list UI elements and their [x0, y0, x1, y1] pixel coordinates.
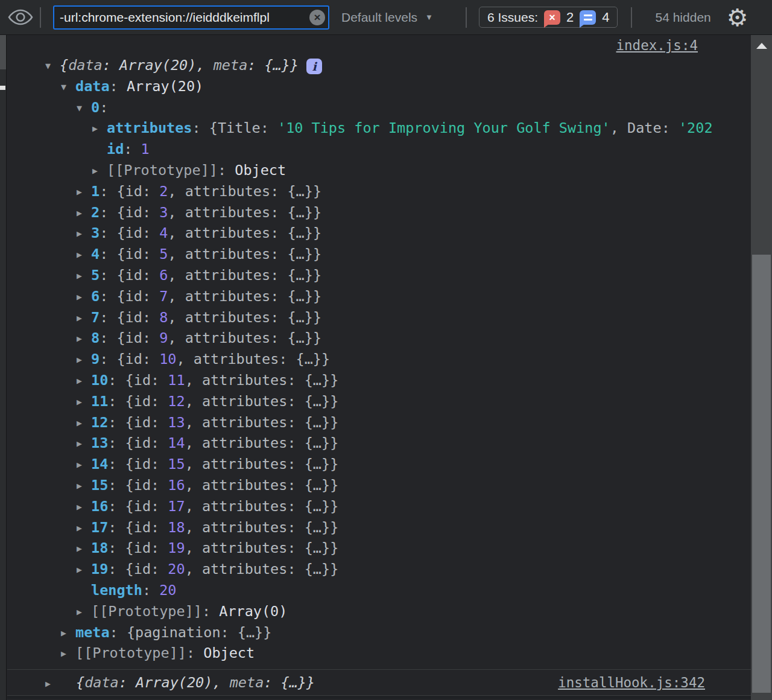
source-link[interactable]: index.js:4: [616, 37, 698, 53]
left-edge-strip: [0, 35, 7, 700]
token-punc: : {: [108, 498, 133, 515]
token-punc: ,: [185, 456, 202, 472]
token-punc: :: [151, 414, 168, 431]
token-key: 8: [91, 329, 100, 346]
disclosure-triangle-icon[interactable]: ▼: [77, 98, 91, 118]
token-punc: :: [151, 393, 168, 410]
disclosure-triangle-icon[interactable]: ▶: [77, 559, 91, 580]
token-punc: ,: [185, 372, 202, 389]
toolbar-divider: [40, 7, 41, 28]
disclosure-triangle-icon[interactable]: ▶: [77, 454, 91, 475]
token-punc: :: [142, 224, 159, 241]
token-punc: : {: [100, 309, 125, 326]
token-pkey: Title: [218, 119, 261, 136]
token-pkey: attributes: [202, 477, 287, 494]
token-punc: ,: [185, 434, 202, 451]
settings-gear-button[interactable]: ⚙: [727, 5, 748, 30]
disclosure-triangle-icon[interactable]: ▶: [77, 244, 91, 265]
disclosure-triangle-icon[interactable]: ▶: [77, 392, 91, 412]
token-key: 17: [91, 519, 108, 536]
token-num: 15: [168, 456, 185, 472]
token-punc: {: [60, 57, 68, 74]
token-punc: :: [142, 246, 159, 262]
disclosure-triangle-icon[interactable]: ▶: [77, 308, 91, 328]
disclosure-triangle-icon[interactable]: ▶: [77, 371, 91, 391]
left-strip-scrollthumb: [0, 35, 6, 69]
token-punc: {…}}: [305, 434, 339, 451]
disclosure-triangle-icon[interactable]: ▶: [92, 118, 107, 139]
token-num: 2: [159, 183, 168, 200]
token-num: 17: [168, 498, 185, 515]
disclosure-triangle-icon[interactable]: ▶: [61, 623, 75, 643]
token-punc: ,: [177, 351, 194, 368]
console-filter-input[interactable]: -url:chrome-extension://ieidddkeimflpl ×: [53, 5, 329, 30]
token-punc: {…}}: [287, 288, 321, 305]
token-punc: {…}}: [287, 329, 321, 346]
disclosure-triangle-icon[interactable]: ▶: [61, 643, 75, 664]
token-punc: ,: [168, 183, 185, 200]
disclosure-triangle-icon[interactable]: ▶: [77, 433, 91, 454]
source-link[interactable]: installHook.js:342: [558, 675, 751, 690]
token-punc: :: [287, 477, 304, 494]
tree-row: ▶[[Prototype]]: Object: [7, 160, 751, 181]
tree-row: ▶18: {id: 19, attributes: {…}}: [7, 538, 751, 559]
disclosure-triangle-icon[interactable]: ▶: [77, 287, 91, 307]
filter-text[interactable]: -url:chrome-extension://ieidddkeimflpl: [54, 10, 309, 25]
token-punc: :: [287, 372, 304, 389]
token-pkey: id: [125, 288, 142, 305]
disclosure-triangle-icon[interactable]: ▶: [77, 538, 91, 559]
live-expression-eye-button[interactable]: [7, 4, 34, 31]
tree-row: ▶17: {id: 18, attributes: {…}}: [7, 517, 751, 538]
info-icon[interactable]: i: [306, 59, 322, 74]
token-num: 7: [159, 288, 168, 305]
disclosure-triangle-icon[interactable]: ▶: [77, 518, 91, 538]
token-punc: : {: [100, 351, 125, 368]
token-key: 1: [91, 183, 100, 200]
disclosure-triangle-icon[interactable]: ▶: [77, 476, 91, 496]
console-message: ▶{data: Array(20), meta: {…}} installHoo…: [7, 669, 751, 696]
token-pkey: attributes: [194, 351, 279, 368]
disclosure-triangle-icon[interactable]: ▶: [77, 349, 91, 370]
token-pkey: attributes: [202, 539, 287, 556]
disclosure-triangle-icon[interactable]: ▶: [77, 602, 91, 622]
token-punc: : {: [108, 561, 133, 578]
disclosure-triangle-icon[interactable]: ▶: [77, 223, 91, 244]
token-punc: : {: [192, 119, 217, 136]
disclosure-triangle-icon[interactable]: ▶: [45, 678, 76, 689]
token-punc: :: [279, 351, 296, 368]
token-punc: ,: [185, 393, 202, 410]
token-punc: {…}}: [296, 351, 331, 368]
disclosure-triangle-icon[interactable]: ▼: [61, 77, 75, 97]
tree-row: ▶meta: {pagination: {…}}: [7, 622, 751, 643]
tree-row: ▶3: {id: 4, attributes: {…}}: [7, 223, 751, 244]
vertical-scrollbar[interactable]: [751, 35, 772, 700]
token-pkey: attributes: [185, 309, 270, 326]
issues-counter[interactable]: 6 Issues: × 2 4: [479, 7, 618, 28]
tree-row: ▶12: {id: 13, attributes: {…}}: [7, 412, 751, 433]
token-pkey: id: [125, 329, 142, 346]
token-punc: ,: [196, 57, 213, 74]
disclosure-triangle-icon[interactable]: ▶: [77, 328, 91, 349]
disclosure-triangle-icon[interactable]: ▶: [92, 161, 107, 181]
token-punc: {…}}: [305, 477, 339, 494]
eye-icon: [7, 8, 34, 27]
disclosure-triangle-icon[interactable]: ▼: [45, 56, 60, 76]
token-key: 2: [91, 204, 100, 221]
token-punc: :: [270, 246, 287, 262]
disclosure-triangle-icon[interactable]: ▶: [77, 497, 91, 517]
scrollbar-thumb[interactable]: [752, 255, 771, 693]
disclosure-triangle-icon[interactable]: ▶: [77, 413, 91, 433]
token-key: 5: [91, 267, 100, 284]
disclosure-triangle-icon[interactable]: ▶: [77, 182, 91, 202]
token-punc: :: [151, 539, 168, 556]
disclosure-triangle-icon[interactable]: ▶: [77, 266, 91, 286]
token-num: 9: [159, 329, 168, 346]
token-punc: {…}}: [238, 624, 272, 641]
token-punc: :: [186, 644, 203, 661]
disclosure-triangle-icon[interactable]: ▶: [77, 203, 91, 223]
token-pkey: id: [125, 224, 142, 241]
log-levels-dropdown[interactable]: Default levels ▼: [341, 10, 433, 25]
token-punc: : {: [100, 204, 125, 221]
clear-filter-button[interactable]: ×: [309, 10, 325, 25]
scroll-up-arrow-icon[interactable]: [756, 43, 767, 49]
